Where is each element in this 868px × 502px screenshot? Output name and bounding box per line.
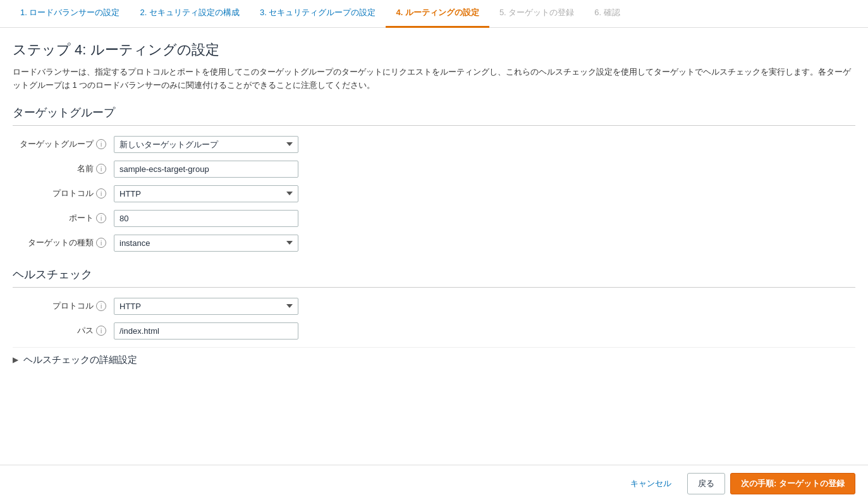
target-group-select[interactable]: 新しいターゲットグループ (114, 136, 298, 153)
target-type-row: ターゲットの種類 i instance (13, 235, 855, 252)
chevron-right-icon: ▶ (13, 355, 18, 364)
advanced-settings-label: ヘルスチェックの詳細設定 (23, 354, 137, 366)
step-5: 5. ターゲットの登録 (489, 0, 584, 28)
back-button[interactable]: 戻る (687, 473, 725, 494)
page-title: ステップ 4: ルーティングの設定 (13, 40, 855, 59)
health-check-path-info-icon[interactable]: i (96, 326, 106, 336)
name-input[interactable] (114, 161, 298, 178)
target-type-select[interactable]: instance (114, 235, 298, 252)
health-check-protocol-info-icon[interactable]: i (96, 301, 106, 311)
health-check-section-header: ヘルスチェック (13, 267, 855, 288)
target-group-label: ターゲットグループ i (13, 138, 114, 150)
steps-navigation: 1. ロードバランサーの設定 2. セキュリティ設定の構成 3. セキュリティグ… (0, 0, 868, 28)
step-3[interactable]: 3. セキュリティグループの設定 (250, 0, 386, 28)
target-group-section: ターゲットグループ ターゲットグループ i 新しいターゲットグループ 名前 i … (13, 105, 855, 252)
step-2[interactable]: 2. セキュリティ設定の構成 (130, 0, 249, 28)
target-group-section-header: ターゲットグループ (13, 105, 855, 126)
health-check-section: ヘルスチェック プロトコル i HTTP パス i ▶ ヘルスチェックの詳細設定 (13, 267, 855, 372)
name-label: 名前 i (13, 163, 114, 174)
health-check-path-input[interactable] (114, 322, 298, 340)
name-info-icon[interactable]: i (96, 164, 106, 174)
target-group-row: ターゲットグループ i 新しいターゲットグループ (13, 136, 855, 153)
name-row: 名前 i (13, 161, 855, 178)
protocol-row: プロトコル i HTTP (13, 185, 855, 202)
port-label: ポート i (13, 212, 114, 224)
protocol-select[interactable]: HTTP (114, 185, 298, 202)
cancel-button[interactable]: キャンセル (620, 473, 682, 494)
port-info-icon[interactable]: i (96, 213, 106, 223)
target-type-label: ターゲットの種類 i (13, 237, 114, 248)
port-input[interactable] (114, 210, 298, 227)
advanced-settings-toggle[interactable]: ▶ ヘルスチェックの詳細設定 (13, 347, 855, 372)
health-check-protocol-select[interactable]: HTTP (114, 298, 298, 315)
step-4[interactable]: 4. ルーティングの設定 (386, 0, 489, 28)
health-check-path-row: パス i (13, 322, 855, 340)
health-check-path-label: パス i (13, 325, 114, 336)
target-group-info-icon[interactable]: i (96, 139, 106, 149)
target-type-info-icon[interactable]: i (96, 238, 106, 248)
step-1[interactable]: 1. ロードバランサーの設定 (10, 0, 130, 28)
main-content: ステップ 4: ルーティングの設定 ロードバランサーは、指定するプロトコルとポー… (0, 28, 868, 438)
port-row: ポート i (13, 210, 855, 227)
health-check-protocol-label: プロトコル i (13, 300, 114, 312)
health-check-protocol-row: プロトコル i HTTP (13, 298, 855, 315)
protocol-label: プロトコル i (13, 188, 114, 199)
protocol-info-icon[interactable]: i (96, 188, 106, 199)
step-6: 6. 確認 (584, 0, 630, 28)
page-description: ロードバランサーは、指定するプロトコルとポートを使用してこのターゲットグループの… (13, 66, 855, 92)
footer: キャンセル 戻る 次の手順: ターゲットの登録 (0, 465, 868, 502)
next-button[interactable]: 次の手順: ターゲットの登録 (730, 473, 855, 494)
